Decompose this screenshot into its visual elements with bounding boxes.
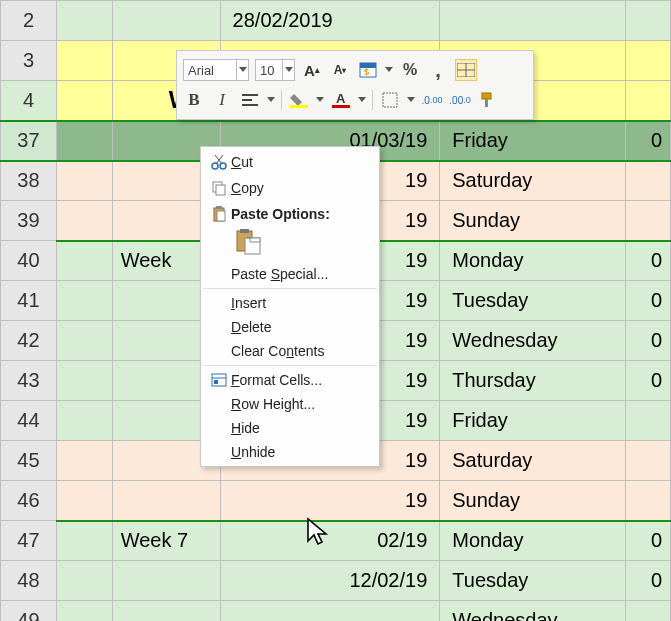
svg-rect-21 [485, 99, 488, 107]
cell-day[interactable]: Saturday [440, 441, 626, 481]
row-49: 49 Wednesday [1, 601, 671, 622]
row-header-44[interactable]: 44 [1, 401, 57, 441]
menu-label: Insert [231, 295, 369, 311]
cell-day[interactable]: Sunday [440, 481, 626, 521]
comma-icon[interactable]: , [427, 59, 449, 81]
chevron-down-icon[interactable] [407, 97, 415, 103]
bold-button[interactable]: B [183, 89, 205, 111]
cell-val[interactable]: 0 [626, 321, 671, 361]
cell-date[interactable]: 12/02/19 [220, 561, 440, 601]
cell-val[interactable]: 0 [626, 521, 671, 561]
menu-paste-special[interactable]: Paste Special... [201, 262, 379, 286]
menu-cut[interactable]: CuCutt [201, 149, 379, 175]
svg-marker-19 [407, 97, 415, 102]
row-header-4[interactable]: 4 [1, 81, 57, 121]
row-header-40[interactable]: 40 [1, 241, 57, 281]
paste-option-icon[interactable] [235, 242, 265, 258]
percent-icon[interactable]: % [399, 59, 421, 81]
decrease-font-icon[interactable]: A▾ [329, 59, 351, 81]
cell-date[interactable]: 19 [220, 481, 440, 521]
svg-point-23 [220, 163, 226, 169]
cell-day[interactable]: Wednesday [440, 601, 626, 622]
menu-row-height[interactable]: Row Height... [201, 392, 379, 416]
cell-day[interactable]: Friday [440, 121, 626, 161]
cell-date[interactable]: 02/19 [220, 521, 440, 561]
svg-rect-36 [214, 380, 218, 384]
svg-rect-13 [290, 105, 308, 108]
row-header-2[interactable]: 2 [1, 1, 57, 41]
cell-day[interactable]: Sunday [440, 201, 626, 241]
menu-clear-contents[interactable]: Clear Contents [201, 339, 379, 363]
cell-day[interactable]: Saturday [440, 161, 626, 201]
cell-day[interactable]: Thursday [440, 361, 626, 401]
row-header-39[interactable]: 39 [1, 201, 57, 241]
svg-rect-27 [216, 185, 225, 195]
row-header-3[interactable]: 3 [1, 41, 57, 81]
row-header-43[interactable]: 43 [1, 361, 57, 401]
menu-label: Row Height... [231, 396, 369, 412]
mini-toolbar: Arial 10 A▴ A▾ $ % , B I [176, 50, 534, 120]
svg-point-22 [212, 163, 218, 169]
row-header-37[interactable]: 37 [1, 121, 57, 161]
menu-delete[interactable]: Delete [201, 315, 379, 339]
cell-day[interactable]: Tuesday [440, 281, 626, 321]
row-48: 48 12/02/19 Tuesday 0 [1, 561, 671, 601]
menu-unhide[interactable]: Unhide [201, 440, 379, 464]
svg-rect-30 [217, 211, 225, 221]
borders-icon[interactable] [379, 89, 401, 111]
format-cells-icon [207, 372, 231, 388]
merge-center-icon[interactable] [455, 59, 477, 81]
chevron-down-icon[interactable] [358, 97, 366, 103]
svg-marker-0 [239, 67, 247, 72]
svg-marker-1 [285, 67, 293, 72]
chevron-down-icon[interactable] [267, 97, 275, 103]
row-header-49[interactable]: 49 [1, 601, 57, 622]
cell-day[interactable]: Friday [440, 401, 626, 441]
fill-color-icon[interactable] [288, 89, 310, 111]
menu-insert[interactable]: Insert [201, 291, 379, 315]
menu-hide[interactable]: Hide [201, 416, 379, 440]
cell-day[interactable]: Monday [440, 241, 626, 281]
cell-val[interactable]: 0 [626, 281, 671, 321]
row-header-45[interactable]: 45 [1, 441, 57, 481]
cell-week[interactable]: Week 7 [112, 521, 220, 561]
svg-marker-14 [316, 97, 324, 102]
increase-font-icon[interactable]: A▴ [301, 59, 323, 81]
align-icon[interactable] [239, 89, 261, 111]
clipboard-icon [207, 206, 231, 222]
cell-val[interactable]: 0 [626, 361, 671, 401]
menu-format-cells[interactable]: Format Cells... [201, 368, 379, 392]
format-painter-icon[interactable] [477, 89, 499, 111]
cell-day[interactable]: Monday [440, 521, 626, 561]
chevron-down-icon[interactable] [385, 67, 393, 73]
accounting-format-icon[interactable]: $ [357, 59, 379, 81]
svg-marker-17 [358, 97, 366, 102]
font-size-combo[interactable]: 10 [255, 59, 295, 81]
row-header-46[interactable]: 46 [1, 481, 57, 521]
cell-val[interactable]: 0 [626, 561, 671, 601]
row-header-38[interactable]: 38 [1, 161, 57, 201]
row-header-47[interactable]: 47 [1, 521, 57, 561]
row-header-41[interactable]: 41 [1, 281, 57, 321]
cell-val[interactable]: 0 [626, 241, 671, 281]
decrease-decimal-icon[interactable]: .00.0 [449, 89, 471, 111]
increase-decimal-icon[interactable]: .0.00 [421, 89, 443, 111]
cell-day[interactable]: Wednesday [440, 321, 626, 361]
row-2: 2 28/02/2019 [1, 1, 671, 41]
italic-button[interactable]: I [211, 89, 233, 111]
cell-day[interactable]: Tuesday [440, 561, 626, 601]
cell-val[interactable]: 0 [626, 121, 671, 161]
svg-rect-32 [240, 229, 249, 233]
chevron-down-icon[interactable] [282, 59, 294, 81]
row-header-48[interactable]: 48 [1, 561, 57, 601]
cell-date[interactable]: 28/02/2019 [220, 1, 440, 41]
chevron-down-icon[interactable] [236, 59, 248, 81]
font-name-combo[interactable]: Arial [183, 59, 249, 81]
menu-copy[interactable]: Copy [201, 175, 379, 201]
cut-icon [207, 154, 231, 170]
svg-rect-18 [383, 93, 397, 107]
menu-label: Copy [231, 180, 369, 196]
font-color-icon[interactable]: A [330, 89, 352, 111]
chevron-down-icon[interactable] [316, 97, 324, 103]
row-header-42[interactable]: 42 [1, 321, 57, 361]
